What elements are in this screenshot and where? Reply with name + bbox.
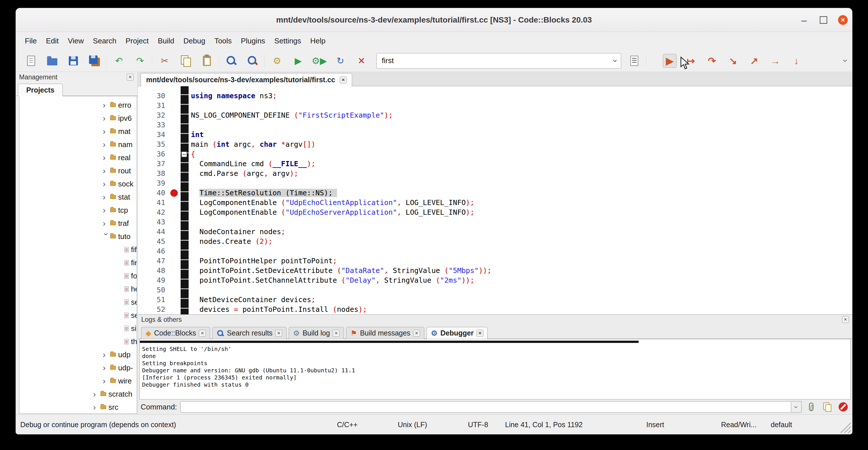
menu-settings[interactable]: Settings <box>270 36 306 46</box>
tree-item-erro[interactable]: ›erro <box>20 98 137 112</box>
close-tab-button[interactable] <box>340 77 347 83</box>
chevron-down-icon[interactable]: › <box>611 59 620 62</box>
close-tab-icon[interactable] <box>199 330 206 337</box>
cut-button[interactable]: ✂ <box>158 54 172 68</box>
code-line-31[interactable]: 31 <box>138 101 852 111</box>
next-line-button[interactable]: ↷ <box>705 54 719 68</box>
code-line-32[interactable]: 32NS_LOG_COMPONENT_DEFINE ("FirstScriptE… <box>138 111 852 120</box>
tree-item-udp-[interactable]: ›udp- <box>20 361 137 374</box>
copy-log-button[interactable] <box>821 400 834 413</box>
menu-tools[interactable]: Tools <box>210 36 236 46</box>
step-out-button[interactable]: ↗ <box>747 54 761 68</box>
undo-button[interactable]: ↶ <box>112 54 126 68</box>
projects-tree[interactable]: ›erro›ipv6›mat›nam›real›rout›sock›stat›t… <box>19 96 137 414</box>
menu-help[interactable]: Help <box>306 36 330 46</box>
menu-edit[interactable]: Edit <box>41 36 63 46</box>
chevron-right-icon[interactable]: › <box>93 390 100 398</box>
save-button[interactable] <box>66 54 80 68</box>
copy-button[interactable] <box>179 54 193 68</box>
find-button[interactable] <box>224 54 238 68</box>
code-line-30[interactable]: 30using namespace ns3; <box>138 91 852 101</box>
code-line-40[interactable]: 40 Time::SetResolution (Time::NS); <box>138 188 852 198</box>
menu-view[interactable]: View <box>63 36 89 46</box>
tree-item-fir[interactable]: fir <box>20 256 137 269</box>
resize-grip[interactable] <box>839 421 851 433</box>
debugger-log[interactable]: Setting SHELL to '/bin/sh'doneSetting br… <box>140 339 850 399</box>
code-line-48[interactable]: 48 pointToPoint.SetDeviceAttribute ("Dat… <box>138 266 852 275</box>
code-line-51[interactable]: 51 NetDeviceContainer devices; <box>138 295 852 305</box>
close-button[interactable]: ✕ <box>838 15 848 25</box>
paste-button[interactable] <box>200 54 214 68</box>
code-line-44[interactable]: 44 NodeContainer nodes; <box>138 227 852 237</box>
save-all-button[interactable] <box>88 54 101 68</box>
debug-continue-button[interactable]: ▶ <box>663 54 677 68</box>
code-line-39[interactable]: 39 <box>138 178 852 188</box>
chevron-right-icon[interactable]: › <box>103 219 110 228</box>
chevron-right-icon[interactable]: › <box>103 350 110 359</box>
tree-item-traf[interactable]: ›traf <box>20 217 137 230</box>
tree-item-ipv6[interactable]: ›ipv6 <box>20 112 137 125</box>
tree-item-src[interactable]: ›src <box>20 400 137 414</box>
menu-plugins[interactable]: Plugins <box>236 36 270 46</box>
editor-tab-first-cc[interactable]: mnt/dev/tools/source/ns-3-dev/examples/t… <box>141 73 352 86</box>
menu-debug[interactable]: Debug <box>179 36 210 46</box>
code-line-46[interactable]: 46 <box>138 246 852 256</box>
tree-item-th[interactable]: th <box>20 335 137 348</box>
chevron-right-icon[interactable]: › <box>103 193 110 201</box>
tree-item-fo[interactable]: fo <box>20 269 137 282</box>
code-line-35[interactable]: 35main (int argc, char *argv[]) <box>138 140 852 149</box>
chevron-right-icon[interactable]: › <box>103 363 110 372</box>
logs-tab-debugger[interactable]: ⚙Debugger <box>427 327 488 339</box>
code-line-47[interactable]: 47 PointToPointHelper pointToPoint; <box>138 256 852 266</box>
tree-item-scratch[interactable]: ›scratch <box>20 387 137 400</box>
logs-tab-code-blocks[interactable]: ◆Code::Blocks <box>141 327 210 339</box>
tree-item-he[interactable]: he <box>20 282 137 296</box>
tree-item-tcp[interactable]: ›tcp <box>20 204 137 217</box>
tree-item-stat[interactable]: ›stat <box>20 190 137 204</box>
close-tab-icon[interactable] <box>275 330 282 337</box>
titlebar[interactable]: mnt/dev/tools/source/ns-3-dev/examples/t… <box>16 8 852 32</box>
open-file-button[interactable] <box>45 54 59 68</box>
code-line-37[interactable]: 37 CommandLine cmd (__FILE__); <box>138 159 852 169</box>
logs-tab-build-log[interactable]: ⚙Build log <box>289 327 344 339</box>
toolbar-overflow-chevron[interactable]: › <box>844 55 847 66</box>
tree-item-nam[interactable]: ›nam <box>20 138 137 151</box>
code-line-36[interactable]: 36{ <box>138 149 852 159</box>
code-line-34[interactable]: 34int <box>138 130 852 140</box>
next-instruction-button[interactable]: → <box>768 54 782 68</box>
maximize-button[interactable] <box>819 16 828 24</box>
code-line-33[interactable]: 33 <box>138 120 852 130</box>
tree-item-six[interactable]: six <box>20 322 137 335</box>
chevron-right-icon[interactable]: › <box>103 127 110 136</box>
tree-item-se[interactable]: se <box>20 296 137 309</box>
tree-item-mat[interactable]: ›mat <box>20 125 137 138</box>
close-management-button[interactable] <box>127 74 133 81</box>
tab-projects[interactable]: Projects <box>18 84 63 96</box>
minimize-button[interactable]: – <box>799 14 809 25</box>
tree-item-sock[interactable]: ›sock <box>20 177 137 190</box>
run-button[interactable]: ▶ <box>291 54 305 68</box>
menu-build[interactable]: Build <box>153 36 179 46</box>
code-line-41[interactable]: 41 LogComponentEnable ("UdpEchoClientApp… <box>138 198 852 208</box>
chevron-right-icon[interactable]: › <box>103 114 110 122</box>
chevron-right-icon[interactable]: › <box>103 140 110 149</box>
step-into-button[interactable]: ↘ <box>726 54 740 68</box>
stop-debugger-button[interactable] <box>837 400 849 413</box>
code-line-49[interactable]: 49 pointToPoint.SetChannelAttribute ("De… <box>138 275 852 285</box>
debugger-command-input[interactable] <box>180 401 791 413</box>
find-in-files-button[interactable] <box>246 54 259 68</box>
chevron-right-icon[interactable]: › <box>103 180 110 188</box>
chevron-down-icon[interactable]: › <box>102 233 111 240</box>
menu-project[interactable]: Project <box>121 36 153 46</box>
breakpoint-marker[interactable] <box>170 189 178 197</box>
code-line-43[interactable]: 43 <box>138 217 852 227</box>
attach-button[interactable] <box>805 400 817 413</box>
chevron-right-icon[interactable]: › <box>103 153 110 162</box>
chevron-right-icon[interactable]: › <box>103 206 110 214</box>
logs-tab-build-messages[interactable]: ⚑Build messages <box>346 327 424 339</box>
code-line-50[interactable]: 50 <box>138 285 852 295</box>
tree-item-udp[interactable]: ›udp <box>20 348 137 361</box>
tree-item-se[interactable]: se <box>20 309 137 322</box>
build-and-run-button[interactable]: ⚙▶ <box>312 54 326 68</box>
close-logs-button[interactable] <box>842 316 849 323</box>
